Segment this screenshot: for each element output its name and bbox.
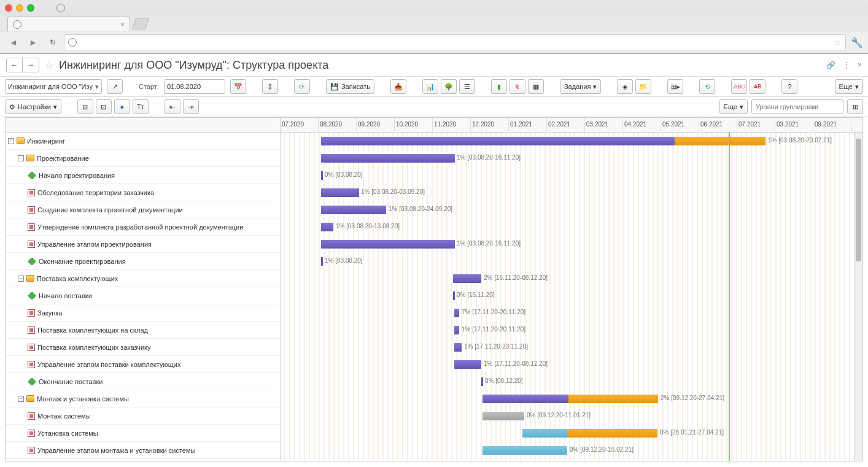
gantt-bar[interactable] — [321, 223, 333, 231]
task-row[interactable]: Управление этапом монтажа и установки си… — [6, 442, 280, 459]
help-button[interactable]: ? — [781, 79, 797, 94]
window-close[interactable] — [5, 4, 12, 12]
task-row[interactable]: Окончание проектирования — [6, 253, 280, 270]
task-row[interactable]: Окончание поставки — [6, 373, 280, 390]
task-row[interactable]: Установка системы — [6, 425, 280, 442]
chart-button[interactable]: 📊 — [422, 79, 438, 94]
gantt-bar[interactable] — [321, 206, 386, 214]
circle-button[interactable]: ● — [114, 99, 130, 114]
task-row[interactable]: Управление этапом проектирования — [6, 236, 280, 253]
cube-button[interactable]: ◈ — [617, 79, 633, 94]
tab-close-icon[interactable]: × — [120, 20, 125, 29]
milestone-marker[interactable] — [453, 291, 455, 300]
scrollbar-thumb[interactable] — [856, 139, 861, 261]
abc-red-button[interactable]: ABC — [731, 79, 747, 94]
task-row[interactable]: −Пусконаладочные работы у Заказчика — [6, 459, 280, 461]
task-row[interactable]: Начало проектирования — [6, 167, 280, 184]
import-button[interactable]: 📥 — [390, 79, 406, 94]
text-button[interactable]: Tт — [133, 99, 149, 114]
gantt-bar[interactable] — [568, 429, 657, 438]
green-flag-button[interactable]: ▮ — [491, 79, 507, 94]
favorite-star-icon[interactable]: ☆ — [44, 58, 54, 72]
open-project-button[interactable]: ↗ — [107, 79, 123, 94]
save-button[interactable]: 💾 Записать — [326, 79, 374, 94]
gantt-bar[interactable] — [454, 326, 459, 334]
gantt-bar[interactable] — [321, 240, 455, 249]
gantt-bar[interactable] — [454, 309, 459, 317]
menu-icon[interactable]: ⋮ — [843, 61, 850, 69]
layout-button[interactable]: ⊞▸ — [667, 79, 683, 94]
new-tab-button[interactable] — [132, 18, 150, 29]
window-maximize[interactable] — [27, 4, 34, 12]
nav-back-button[interactable]: ← — [7, 58, 23, 72]
gantt-bar[interactable] — [482, 446, 567, 455]
hierarchy-button[interactable] — [262, 79, 278, 94]
folder-button[interactable]: 📁 — [635, 79, 651, 94]
task-row[interactable]: Управление этапом поставки комплектующих — [6, 356, 280, 373]
calendar-button[interactable]: 📅 — [230, 79, 246, 94]
gantt-bar[interactable] — [482, 412, 524, 420]
vertical-scrollbar[interactable] — [854, 133, 862, 461]
tree-toggle[interactable]: − — [18, 155, 24, 161]
tree-button[interactable]: 🌳 — [441, 79, 457, 94]
browser-reload-button[interactable]: ↻ — [44, 34, 61, 50]
task-row[interactable]: Монтаж системы — [6, 407, 280, 425]
task-row[interactable]: −Монтаж и установка системы — [6, 390, 280, 407]
indent-left-button[interactable]: ⇤ — [165, 99, 180, 114]
milestone-marker[interactable] — [321, 257, 323, 266]
window-minimize[interactable] — [16, 4, 23, 12]
gantt-bar[interactable] — [675, 137, 765, 145]
bookmark-star-icon[interactable]: ☆ — [834, 37, 842, 47]
gantt-bar[interactable] — [321, 188, 359, 197]
tree-toggle[interactable]: − — [18, 276, 24, 282]
collapse-all-button[interactable]: ⊡ — [96, 99, 112, 114]
gantt-chart-area[interactable]: 07.202008.202009.202010.202011.202012.20… — [281, 118, 862, 461]
tasks-button[interactable]: Задания ▾ — [560, 79, 601, 94]
grid-button[interactable]: ▦ — [528, 79, 544, 94]
browser-forward-button[interactable]: ► — [25, 34, 42, 50]
indent-right-button[interactable]: ⇥ — [183, 99, 199, 114]
nav-forward-button[interactable]: → — [23, 58, 39, 72]
tree-toggle[interactable]: − — [8, 138, 14, 144]
task-row[interactable]: −Проектирование — [6, 150, 280, 167]
url-input[interactable]: ☆ — [64, 34, 846, 50]
abc-button[interactable]: A̶B̶ — [750, 79, 765, 94]
gantt-bar[interactable] — [522, 429, 568, 438]
settings-button[interactable]: ⚙ Настройки ▾ — [5, 99, 61, 114]
start-date-input[interactable]: 01.08.2020 — [164, 79, 225, 94]
group-levels-input[interactable] — [751, 99, 843, 114]
expand-all-button[interactable]: ⊟ — [77, 99, 93, 114]
more-button[interactable]: Еще ▾ — [835, 79, 863, 94]
tree-toggle[interactable]: − — [18, 396, 24, 402]
task-row[interactable]: Начало поставки — [6, 287, 280, 304]
task-row[interactable]: Закупка — [6, 304, 280, 322]
gantt-bar[interactable] — [453, 274, 481, 283]
gantt-bar[interactable] — [454, 360, 481, 369]
close-icon[interactable]: × — [858, 61, 862, 69]
red-arrow-button[interactable]: ↯ — [510, 79, 525, 94]
task-row[interactable]: Создание комплекта проектной документаци… — [6, 201, 280, 218]
link-icon[interactable]: 🔗 — [826, 61, 835, 69]
gantt-bar[interactable] — [454, 343, 462, 352]
gantt-bar[interactable] — [321, 154, 455, 163]
gantt-bar[interactable] — [321, 137, 675, 145]
project-select[interactable]: Инжиниринг для ООО "Изу ▾ — [5, 79, 102, 94]
milestone-marker[interactable] — [481, 377, 483, 386]
task-row[interactable]: Поставка комплектующих заказчику — [6, 339, 280, 356]
sync-button[interactable]: ⟲ — [699, 79, 715, 94]
task-row[interactable]: Утверждение комплекта разработанной прое… — [6, 218, 280, 236]
browser-tab[interactable]: × — [7, 17, 130, 31]
group-apply-button[interactable]: ⊞ — [847, 99, 863, 114]
task-row[interactable]: Обследование территории заказчика — [6, 184, 280, 201]
more-button-2[interactable]: Еще ▾ — [719, 99, 748, 114]
gantt-bar[interactable] — [482, 395, 568, 403]
list-button[interactable]: ☰ — [459, 79, 475, 94]
milestone-marker[interactable] — [321, 171, 323, 180]
task-row[interactable]: Поставка комплектующих на склад — [6, 322, 280, 339]
browser-menu-icon[interactable]: 🔧 — [851, 37, 863, 48]
refresh-button[interactable]: ⟳ — [294, 79, 310, 94]
gantt-bar[interactable] — [568, 395, 658, 403]
task-row[interactable]: −Инжиниринг — [6, 133, 280, 150]
task-row[interactable]: −Поставка комплектующих — [6, 270, 280, 287]
browser-back-button[interactable]: ◄ — [5, 34, 22, 50]
